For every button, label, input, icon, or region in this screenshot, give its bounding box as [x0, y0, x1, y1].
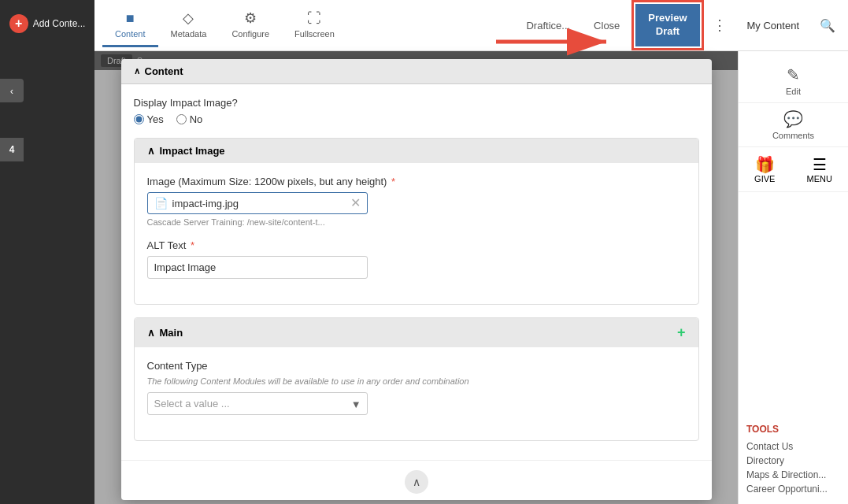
yes-no-radio-group: Yes No	[134, 113, 699, 125]
main-section-header: ∧ Main +	[135, 318, 698, 347]
modal-content-title: Content	[145, 65, 183, 77]
alt-text-required-star: *	[191, 239, 194, 251]
image-filename: impact-img.jpg	[172, 198, 346, 209]
configure-tab-icon: ⚙	[244, 9, 257, 27]
preview-draft-label: PreviewDraft	[648, 12, 687, 37]
image-label: Image (Maximum Size: 1200w pixels, but a…	[147, 176, 686, 187]
edit-label: Edit	[786, 87, 801, 96]
comments-panel-item[interactable]: 💬 Comments	[739, 103, 848, 147]
content-type-group: Content Type The following Content Modul…	[147, 360, 686, 415]
main-section-body: Content Type The following Content Modul…	[135, 347, 698, 440]
impact-image-header: ∧ Impact Image	[135, 139, 698, 163]
main-header-left: ∧ Main	[147, 327, 183, 339]
tab-fullscreen-label: Fullscreen	[294, 29, 335, 39]
red-arrow-annotation	[488, 22, 622, 64]
tab-configure[interactable]: ⚙ Configure	[219, 3, 282, 47]
modal-content-header: ∧ Content	[121, 59, 712, 84]
left-sidebar: + Add Conte... 4	[0, 0, 94, 504]
edit-panel-item[interactable]: ✎ Edit	[739, 59, 848, 103]
comments-label: Comments	[772, 131, 814, 140]
tools-link-careers[interactable]: Career Opportuni...	[746, 482, 840, 496]
yes-radio-label[interactable]: Yes	[134, 113, 164, 125]
tab-metadata-label: Metadata	[171, 29, 207, 39]
content-type-hint: The following Content Modules will be av…	[147, 376, 686, 386]
file-clear-button[interactable]: ✕	[350, 197, 361, 209]
add-content-label: Add Conte...	[33, 18, 86, 29]
content-type-select-wrapper: Select a value ... ▼	[147, 392, 368, 415]
alt-text-label: ALT Text *	[147, 239, 686, 251]
content-type-select[interactable]: Select a value ...	[147, 392, 368, 415]
scroll-up-area: ∧	[121, 460, 712, 500]
more-options-icon[interactable]: ⋮	[708, 12, 731, 39]
search-button[interactable]: 🔍	[815, 13, 840, 38]
impact-chevron-icon: ∧	[147, 145, 155, 157]
content-tab-icon: ■	[126, 10, 135, 27]
tab-fullscreen[interactable]: ⛶ Fullscreen	[282, 4, 347, 47]
modal-body: Display Impact Image? Yes No ∧	[121, 84, 712, 460]
give-icon: 🎁	[755, 155, 775, 174]
impact-image-title: Impact Image	[160, 145, 225, 157]
right-panel: ✎ Edit 💬 Comments 🎁 GIVE ☰ MENU TOOLS Co…	[738, 51, 848, 504]
file-icon: 📄	[154, 197, 168, 209]
tab-content-label: Content	[115, 29, 146, 39]
sidebar-collapse-button[interactable]: ‹	[0, 79, 24, 102]
preview-draft-button[interactable]: PreviewDraft	[635, 4, 699, 46]
yes-radio[interactable]	[134, 114, 144, 124]
fullscreen-tab-icon: ⛶	[307, 10, 321, 27]
tab-metadata[interactable]: ◇ Metadata	[158, 3, 220, 47]
add-content-icon: +	[9, 14, 28, 33]
image-file-input[interactable]: 📄 impact-img.jpg ✕	[147, 192, 368, 214]
main-section-title: Main	[160, 327, 183, 339]
content-chevron-icon: ∧	[134, 66, 140, 76]
menu-icon: ☰	[813, 155, 827, 174]
modal: ∧ Content Display Impact Image? Yes No	[121, 59, 712, 500]
scroll-up-icon: ∧	[413, 476, 420, 488]
tools-section: TOOLS Contact Us Directory Maps & Direct…	[739, 416, 848, 504]
image-field-group: Image (Maximum Size: 1200w pixels, but a…	[147, 176, 686, 227]
display-impact-image-label: Display Impact Image?	[134, 97, 699, 109]
my-content-button[interactable]: My Content	[739, 15, 807, 36]
no-radio-label[interactable]: No	[176, 113, 203, 125]
give-menu-row: 🎁 GIVE ☰ MENU	[739, 147, 848, 192]
impact-image-header-left: ∧ Impact Image	[147, 145, 225, 157]
yes-label: Yes	[147, 113, 164, 125]
metadata-tab-icon: ◇	[183, 9, 194, 27]
tab-content[interactable]: ■ Content	[102, 4, 158, 47]
search-icon: 🔍	[820, 19, 835, 32]
display-impact-image-group: Display Impact Image? Yes No	[134, 97, 699, 125]
comments-icon: 💬	[783, 109, 803, 128]
main-section: ∧ Main + Content Type The following Cont…	[134, 317, 699, 441]
sidebar-badge: 4	[0, 138, 24, 161]
alt-text-input[interactable]	[147, 256, 368, 279]
no-label: No	[190, 113, 203, 125]
tools-link-directory[interactable]: Directory	[746, 454, 840, 468]
tab-configure-label: Configure	[231, 29, 269, 39]
impact-image-body: Image (Maximum Size: 1200w pixels, but a…	[135, 163, 698, 304]
edit-icon: ✎	[787, 65, 800, 84]
give-label: GIVE	[754, 174, 775, 183]
top-bar: ■ Content ◇ Metadata ⚙ Configure ⛶ Fulls…	[94, 0, 848, 51]
impact-image-section: ∧ Impact Image Image (Maximum Size: 1200…	[134, 138, 699, 305]
main-chevron-icon: ∧	[147, 327, 155, 339]
main-section-add-button[interactable]: +	[677, 324, 686, 341]
tools-link-maps[interactable]: Maps & Direction...	[746, 468, 840, 482]
no-radio[interactable]	[176, 114, 187, 124]
content-type-label: Content Type	[147, 360, 686, 372]
image-path: Cascade Server Training: /new-site/conte…	[147, 217, 686, 227]
menu-label: MENU	[807, 174, 832, 183]
give-button[interactable]: 🎁 GIVE	[754, 155, 775, 183]
tools-link-contact-us[interactable]: Contact Us	[746, 439, 840, 454]
alt-text-group: ALT Text *	[147, 239, 686, 279]
menu-button[interactable]: ☰ MENU	[807, 155, 832, 183]
add-content-button[interactable]: + Add Conte...	[6, 8, 89, 39]
modal-overlay: ∧ Content Display Impact Image? Yes No	[94, 51, 738, 504]
scroll-up-button[interactable]: ∧	[405, 470, 428, 494]
image-required-star: *	[391, 176, 395, 187]
tools-title: TOOLS	[746, 424, 840, 435]
